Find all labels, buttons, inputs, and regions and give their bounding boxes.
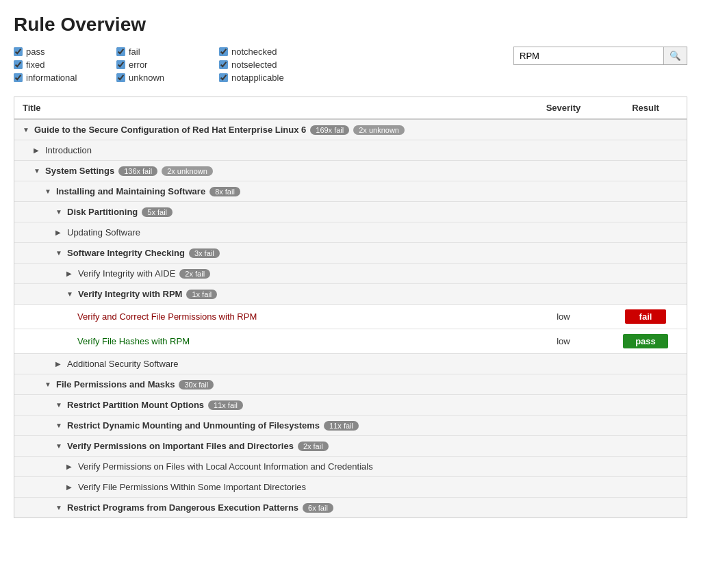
search-area: 🔍 (513, 47, 687, 65)
filter-notchecked-checkbox[interactable] (219, 47, 228, 56)
filter-notapplicable[interactable]: notapplicable (219, 73, 315, 83)
filter-fixed[interactable]: fixed (14, 60, 110, 70)
collapse-icon[interactable]: ▼ (44, 381, 53, 389)
collapse-icon[interactable]: ▼ (66, 290, 75, 298)
row-label: Restrict Partition Mount Options (67, 400, 204, 410)
badge-fail: 6x fail (303, 503, 333, 513)
rule-link-pass[interactable]: Verify File Hashes with RPM (77, 336, 190, 346)
filter-informational-label: informational (26, 73, 77, 83)
row-label: Guide to the Secure Configuration of Red… (34, 125, 306, 135)
result-badge-pass: pass (623, 334, 668, 348)
filter-informational-checkbox[interactable] (14, 73, 23, 82)
table-row: ▼ System Settings 136x fail 2x unknown (14, 161, 687, 181)
search-button[interactable]: 🔍 (664, 47, 687, 65)
badge-fail: 5x fail (142, 207, 173, 217)
badge-fail: 3x fail (189, 248, 220, 258)
row-result-rule2: pass (604, 329, 687, 353)
filter-notapplicable-checkbox[interactable] (219, 73, 228, 82)
row-severity (522, 374, 604, 394)
rule-link-fail[interactable]: Verify and Correct File Permissions with… (77, 311, 257, 322)
row-title-diskpart: ▼ Disk Partitioning 5x fail (14, 202, 522, 222)
row-result (604, 436, 687, 456)
table-row: ▼ Software Integrity Checking 3x fail (14, 243, 687, 264)
header-result: Result (604, 97, 687, 118)
row-severity (522, 498, 604, 517)
collapse-icon[interactable]: ▼ (23, 126, 31, 134)
filter-notchecked[interactable]: notchecked (219, 47, 315, 57)
row-title-fileperms: ▼ File Permissions and Masks 30x fail (14, 374, 522, 394)
row-title-restrictprograms: ▼ Restrict Programs from Dangerous Execu… (14, 498, 522, 517)
filter-fixed-label: fixed (26, 60, 44, 70)
row-severity (522, 416, 604, 435)
collapse-icon[interactable]: ▼ (55, 208, 64, 216)
row-result (604, 374, 687, 394)
collapse-icon[interactable]: ▼ (55, 504, 64, 512)
row-label: Disk Partitioning (67, 207, 138, 217)
collapse-icon[interactable]: ▼ (55, 401, 64, 409)
row-severity (522, 202, 604, 222)
collapse-icon[interactable]: ▼ (55, 442, 64, 450)
table-row: ▼ Guide to the Secure Configuration of R… (14, 120, 687, 140)
collapse-icon[interactable]: ▼ (55, 422, 64, 430)
table-row: ▼ Restrict Dynamic Mounting and Unmounti… (14, 416, 687, 436)
expand-icon[interactable]: ▶ (55, 360, 64, 368)
row-result (604, 120, 687, 140)
badge-fail: 8x fail (209, 187, 240, 196)
filter-unknown-checkbox[interactable] (116, 73, 125, 82)
collapse-icon[interactable]: ▼ (34, 167, 42, 175)
row-result (604, 161, 687, 181)
filter-fail[interactable]: fail (116, 47, 212, 57)
filter-informational[interactable]: informational (14, 73, 110, 83)
collapse-icon[interactable]: ▼ (44, 188, 53, 196)
badge-fail: 11x fail (324, 421, 359, 431)
row-title-verifylocalaccount: ▶ Verify Permissions on Files with Local… (14, 457, 522, 476)
filter-error-checkbox[interactable] (116, 60, 125, 69)
rules-table: Title Severity Result ▼ Guide to the Sec… (14, 97, 687, 518)
filter-unknown[interactable]: unknown (116, 73, 212, 83)
row-title-restrictpartition: ▼ Restrict Partition Mount Options 11x f… (14, 395, 522, 415)
table-row: ▶ Updating Software (14, 222, 687, 243)
row-title-updatesw: ▶ Updating Software (14, 222, 522, 242)
row-result (604, 395, 687, 415)
badge-unknown: 2x unknown (353, 125, 405, 135)
row-title-swintegrity: ▼ Software Integrity Checking 3x fail (14, 243, 522, 263)
collapse-icon[interactable]: ▼ (55, 249, 64, 257)
filter-notchecked-label: notchecked (231, 47, 277, 57)
filter-unknown-label: unknown (129, 73, 164, 83)
filter-pass-checkbox[interactable] (14, 47, 23, 56)
expand-icon[interactable]: ▶ (55, 229, 64, 237)
filter-notselected-checkbox[interactable] (219, 60, 228, 69)
search-input[interactable] (513, 47, 664, 65)
badge-fail: 30x fail (179, 380, 214, 389)
filter-fail-checkbox[interactable] (116, 47, 125, 56)
table-row: ▶ Verify File Permissions Within Some Im… (14, 477, 687, 498)
row-title-verifyfileperms: ▶ Verify File Permissions Within Some Im… (14, 477, 522, 497)
row-result (604, 498, 687, 517)
row-result (604, 354, 687, 374)
result-badge-fail: fail (625, 309, 666, 324)
expand-icon[interactable]: ▶ (66, 463, 75, 471)
expand-icon[interactable]: ▶ (66, 270, 75, 278)
row-result (604, 284, 687, 304)
filter-error[interactable]: error (116, 60, 212, 70)
badge-fail: 2x fail (298, 442, 329, 451)
filter-fixed-checkbox[interactable] (14, 60, 23, 69)
filter-notselected[interactable]: notselected (219, 60, 315, 70)
row-title-intro: ▶ Introduction (14, 140, 522, 160)
filter-pass[interactable]: pass (14, 47, 110, 57)
badge-fail: 136x fail (118, 166, 157, 176)
table-row: ▼ Verify Integrity with RPM 1x fail (14, 284, 687, 305)
row-label: Verify Permissions on Important Files an… (67, 441, 294, 451)
expand-icon[interactable]: ▶ (66, 483, 75, 491)
row-label: Installing and Maintaining Software (56, 186, 205, 196)
row-label: File Permissions and Masks (56, 379, 175, 389)
row-title-syssettings: ▼ System Settings 136x fail 2x unknown (14, 161, 522, 181)
filter-pass-label: pass (26, 47, 44, 57)
table-row: ▼ Restrict Programs from Dangerous Execu… (14, 498, 687, 517)
table-row: Verify File Hashes with RPM low pass (14, 329, 687, 354)
row-severity (522, 457, 604, 476)
row-severity (522, 354, 604, 374)
row-result (604, 416, 687, 435)
row-title-rpm: ▼ Verify Integrity with RPM 1x fail (14, 284, 522, 304)
expand-icon[interactable]: ▶ (34, 146, 42, 155)
